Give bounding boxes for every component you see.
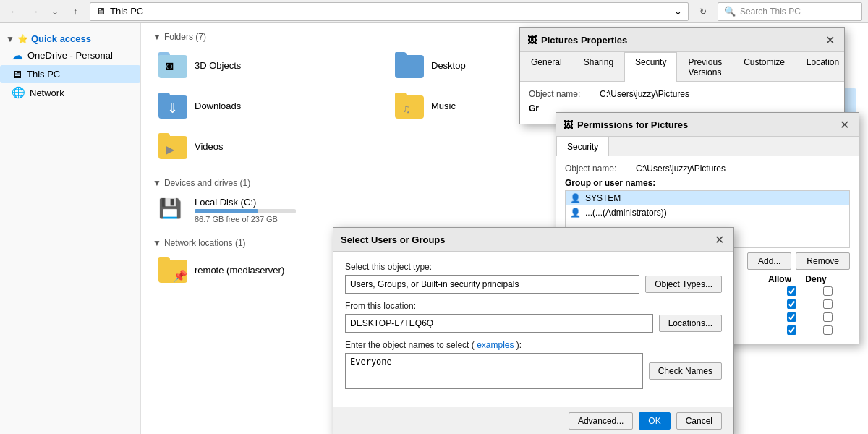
tab-sharing[interactable]: Sharing xyxy=(573,52,624,82)
allow-check-1[interactable] xyxy=(773,299,809,309)
cancel-button[interactable]: Cancel xyxy=(676,412,722,430)
folder-name: 3D Objects xyxy=(195,60,241,71)
properties-title: 🖼 Pictures Properties xyxy=(527,35,627,46)
object-type-input[interactable] xyxy=(345,275,639,294)
address-dropdown-icon[interactable]: ⌄ xyxy=(674,6,682,17)
user-name: SYSTEM xyxy=(585,193,621,203)
folder-name: Downloads xyxy=(195,101,241,111)
nav-buttons: ← → ⌄ ↑ xyxy=(6,3,84,20)
forward-button[interactable]: → xyxy=(26,3,43,20)
quick-access-section[interactable]: ▼ ⭐ Quick access xyxy=(0,29,140,46)
recent-button[interactable]: ⌄ xyxy=(46,3,64,20)
sidebar-item-network[interactable]: 🌐 Network xyxy=(0,83,140,102)
address-bar[interactable]: 🖥 This PC ⌄ xyxy=(90,2,689,21)
onedrive-icon: ☁ xyxy=(12,48,23,62)
deny-check-3[interactable] xyxy=(809,326,846,335)
perm-deny-header: Deny xyxy=(798,274,834,284)
perm-allow-header: Allow xyxy=(762,274,798,284)
advanced-button[interactable]: Advanced... xyxy=(569,412,633,430)
select-users-close-button[interactable]: ✕ xyxy=(712,232,726,247)
up-button[interactable]: ↑ xyxy=(67,3,84,20)
tab-permissions-security[interactable]: Security xyxy=(556,137,609,156)
user-name: ...(...(Administrators)) xyxy=(585,208,667,218)
sidebar-item-this-pc[interactable]: 🖥 This PC xyxy=(0,65,140,83)
folder-name: Desktop xyxy=(431,60,466,71)
properties-tabs: General Sharing Security Previous Versio… xyxy=(520,52,844,82)
search-icon: 🔍 xyxy=(724,6,736,17)
names-label: Enter the object names to select ( examp… xyxy=(345,340,722,350)
permissions-title: 🖼 Permissions for Pictures xyxy=(563,119,688,130)
onedrive-label: OneDrive - Personal xyxy=(27,50,113,61)
location-row: Locations... xyxy=(345,314,722,333)
tab-general[interactable]: General xyxy=(520,52,573,82)
computer-icon: 💾 xyxy=(158,197,182,219)
group-user-names-label: Group or user names: xyxy=(565,178,850,188)
object-type-label: Select this object type: xyxy=(345,262,722,272)
properties-titlebar: 🖼 Pictures Properties ✕ xyxy=(520,28,844,52)
user-item[interactable]: 👤 ...(...(Administrators)) xyxy=(566,205,849,220)
location-label: From this location: xyxy=(345,301,722,311)
perm-object-name-label: Object name: xyxy=(565,163,630,174)
add-button[interactable]: Add... xyxy=(747,252,791,270)
back-button[interactable]: ← xyxy=(6,3,23,20)
tab-previous-versions[interactable]: Previous Versions xyxy=(677,52,733,82)
network-section-title: Network locations (1) xyxy=(164,238,246,248)
allow-check-0[interactable] xyxy=(773,286,809,296)
object-types-button[interactable]: Object Types... xyxy=(645,276,722,293)
search-bar[interactable]: 🔍 Search This PC xyxy=(718,2,862,21)
deny-check-0[interactable] xyxy=(809,286,846,296)
permissions-close-button[interactable]: ✕ xyxy=(837,117,851,132)
locations-button[interactable]: Locations... xyxy=(659,315,722,332)
titlebar: ← → ⌄ ↑ 🖥 This PC ⌄ ↻ 🔍 Search This PC xyxy=(0,0,868,23)
ok-button[interactable]: OK xyxy=(639,412,670,430)
sidebar: ▼ ⭐ Quick access ☁ OneDrive - Personal 🖥… xyxy=(0,23,141,434)
object-type-section: Select this object type: Object Types... xyxy=(345,262,722,294)
deny-check-2[interactable] xyxy=(809,312,846,322)
names-row: <span data-bind="select_users_dialog.nam… xyxy=(345,353,722,389)
address-text: This PC xyxy=(110,6,143,17)
permissions-icon: 🖼 xyxy=(563,119,573,130)
select-users-title-text: Select Users or Groups xyxy=(341,234,446,245)
tab-customize[interactable]: Customize xyxy=(733,52,796,82)
select-users-titlebar: Select Users or Groups ✕ xyxy=(333,228,733,252)
network-item-name: remote (mediaserver) xyxy=(195,265,284,276)
list-item[interactable]: ◙ 3D Objects xyxy=(153,48,383,82)
folder-name: Music xyxy=(431,101,456,111)
permissions-titlebar: 🖼 Permissions for Pictures ✕ xyxy=(556,113,859,137)
properties-icon: 🖼 xyxy=(527,35,537,46)
location-input[interactable] xyxy=(345,314,653,333)
list-item[interactable]: ⇓ Downloads xyxy=(153,88,383,123)
examples-link[interactable]: examples xyxy=(477,340,514,350)
drive-icon: 💾 xyxy=(158,197,187,224)
network-folder-icon: 📌 xyxy=(158,257,187,283)
allow-check-3[interactable] xyxy=(773,326,809,335)
refresh-button[interactable]: ↻ xyxy=(694,3,712,20)
tab-security[interactable]: Security xyxy=(624,52,677,82)
object-type-row: Object Types... xyxy=(345,275,722,294)
sidebar-item-onedrive[interactable]: ☁ OneDrive - Personal xyxy=(0,46,140,65)
address-icon: 🖥 xyxy=(96,6,106,17)
permissions-title-text: Permissions for Pictures xyxy=(577,119,688,130)
allow-check-2[interactable] xyxy=(773,312,809,322)
folder-name: Videos xyxy=(195,141,224,152)
names-section: Enter the object names to select ( examp… xyxy=(345,340,722,389)
user-item[interactable]: 👤 SYSTEM xyxy=(566,191,849,205)
perm-object-name-field: Object name: C:\Users\juzzy\Pictures xyxy=(565,163,850,174)
remove-button[interactable]: Remove xyxy=(796,252,850,270)
check-names-button[interactable]: Check Names xyxy=(649,362,722,380)
user-icon: 👤 xyxy=(570,193,581,203)
list-item[interactable]: ▶ Videos xyxy=(153,129,383,163)
drive-bar-container xyxy=(195,209,296,213)
folder-icon-desktop xyxy=(395,52,424,78)
names-input[interactable]: <span data-bind="select_users_dialog.nam… xyxy=(345,353,643,389)
devices-chevron-icon: ▼ xyxy=(153,178,161,188)
deny-check-1[interactable] xyxy=(809,299,846,309)
folders-section-title: Folders (7) xyxy=(164,32,206,42)
drive-bar xyxy=(195,209,258,213)
object-name-value: C:\Users\juzzy\Pictures xyxy=(600,89,689,99)
select-users-dialog: Select Users or Groups ✕ Select this obj… xyxy=(333,227,734,434)
properties-close-button[interactable]: ✕ xyxy=(822,33,837,47)
tab-location[interactable]: Location xyxy=(796,52,850,82)
folder-icon-music: ♫ xyxy=(395,93,424,119)
select-users-body: Select this object type: Object Types...… xyxy=(333,252,733,407)
